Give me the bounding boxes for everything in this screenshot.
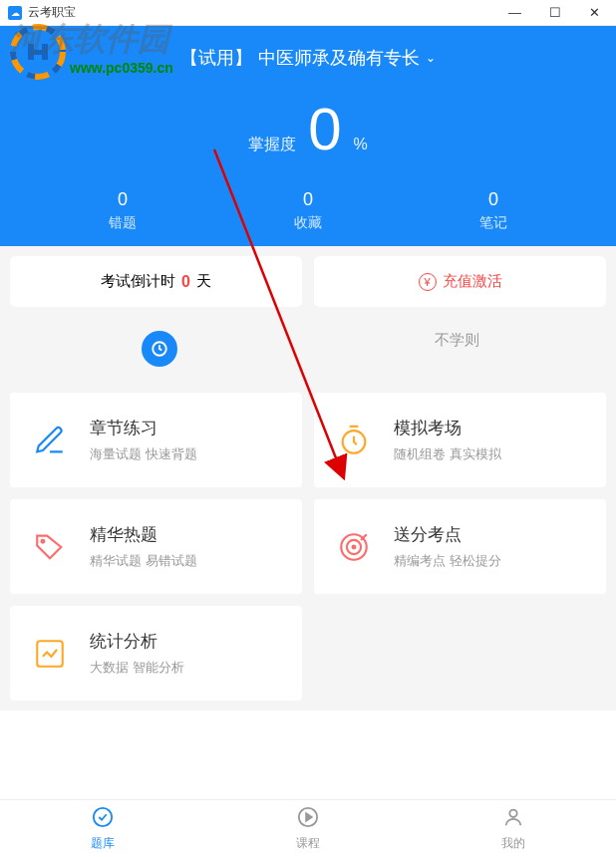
bottom-nav: 题库 课程 我的	[0, 799, 616, 857]
feature-title: 精华热题	[90, 523, 282, 546]
feature-sub: 随机组卷 真实模拟	[394, 445, 586, 463]
tab-label: 不学则	[435, 331, 479, 348]
tab-study[interactable]	[10, 317, 308, 381]
tag-icon	[30, 527, 70, 567]
stat-value: 0	[109, 189, 137, 210]
stat-value: 0	[479, 189, 507, 210]
stat-favorites[interactable]: 0 收藏	[294, 189, 322, 232]
chart-icon	[30, 634, 70, 674]
stats-row: 0 错题 0 收藏 0 笔记	[0, 189, 616, 232]
feature-hot-questions[interactable]: 精华热题 精华试题 易错试题	[10, 499, 302, 594]
clock-icon	[142, 331, 177, 367]
feature-key-points[interactable]: 送分考点 精编考点 轻松提分	[314, 499, 606, 594]
content-area: 考试倒计时 0 天 ¥ 充值激活 不学则 章节练习 海量试题 快速背题	[0, 246, 616, 711]
header: 【试用】中医师承及确有专长 ⌄ 掌握度 0 % 0 错题 0 收藏 0 笔记	[0, 26, 616, 246]
countdown-card[interactable]: 考试倒计时 0 天	[10, 256, 302, 307]
window-controls: — ☐ ✕	[508, 5, 608, 20]
feature-sub: 海量试题 快速背题	[90, 445, 282, 463]
nav-label: 课程	[296, 835, 320, 852]
course-prefix: 【试用】	[180, 46, 252, 70]
course-name: 中医师承及确有专长	[258, 46, 420, 70]
mastery-unit: %	[354, 136, 368, 153]
feature-title: 章节练习	[90, 417, 282, 439]
svg-point-2	[42, 539, 45, 542]
edit-icon	[30, 421, 70, 460]
countdown-prefix: 考试倒计时	[101, 272, 175, 291]
app-title: 云考职宝	[28, 4, 508, 21]
feature-sub: 精编考点 轻松提分	[394, 552, 586, 570]
tab-row: 不学则	[10, 317, 606, 381]
stat-label: 错题	[109, 214, 137, 232]
nav-label: 题库	[91, 835, 115, 852]
mastery-value: 0	[308, 100, 341, 159]
play-icon	[296, 806, 320, 833]
countdown-value: 0	[181, 273, 190, 291]
mastery-label: 掌握度	[248, 135, 296, 155]
svg-point-7	[94, 807, 112, 825]
mastery-display: 掌握度 0 %	[0, 100, 616, 159]
svg-point-5	[353, 545, 356, 548]
titlebar: ☁ 云考职宝 — ☐ ✕	[0, 0, 616, 26]
feature-statistics[interactable]: 统计分析 大数据 智能分析	[10, 606, 302, 701]
feature-sub: 大数据 智能分析	[90, 659, 282, 677]
features-grid: 章节练习 海量试题 快速背题 模拟考场 随机组卷 真实模拟 精华热题 精华试题 …	[10, 393, 606, 701]
stat-label: 笔记	[479, 214, 507, 232]
nav-question-bank[interactable]: 题库	[91, 806, 115, 852]
nav-courses[interactable]: 课程	[296, 806, 320, 852]
feature-mock-exam[interactable]: 模拟考场 随机组卷 真实模拟	[314, 393, 606, 487]
course-selector[interactable]: 【试用】中医师承及确有专长 ⌄	[0, 46, 616, 70]
recharge-card[interactable]: ¥ 充值激活	[314, 256, 606, 307]
stat-notes[interactable]: 0 笔记	[479, 189, 507, 232]
tab-nostudy[interactable]: 不学则	[308, 317, 606, 381]
feature-title: 模拟考场	[394, 417, 586, 439]
app-icon: ☁	[8, 6, 22, 20]
close-button[interactable]: ✕	[589, 5, 600, 20]
feature-chapter-practice[interactable]: 章节练习 海量试题 快速背题	[10, 393, 302, 487]
target-icon	[334, 527, 374, 567]
stat-label: 收藏	[294, 214, 322, 232]
feature-sub: 精华试题 易错试题	[90, 552, 282, 570]
recharge-label: 充值激活	[443, 272, 502, 291]
timer-icon	[334, 421, 374, 460]
user-icon	[501, 806, 525, 833]
nav-label: 我的	[501, 835, 525, 852]
action-row: 考试倒计时 0 天 ¥ 充值激活	[10, 246, 606, 317]
countdown-suffix: 天	[196, 272, 211, 291]
yuan-icon: ¥	[419, 273, 437, 291]
nav-profile[interactable]: 我的	[501, 806, 525, 852]
pencil-icon	[91, 806, 115, 833]
feature-title: 送分考点	[394, 523, 586, 546]
chevron-down-icon: ⌄	[426, 51, 436, 65]
minimize-button[interactable]: —	[508, 5, 521, 20]
stat-wrong[interactable]: 0 错题	[109, 189, 137, 232]
maximize-button[interactable]: ☐	[549, 5, 561, 20]
stat-value: 0	[294, 189, 322, 210]
svg-point-9	[509, 809, 516, 816]
feature-title: 统计分析	[90, 630, 282, 653]
